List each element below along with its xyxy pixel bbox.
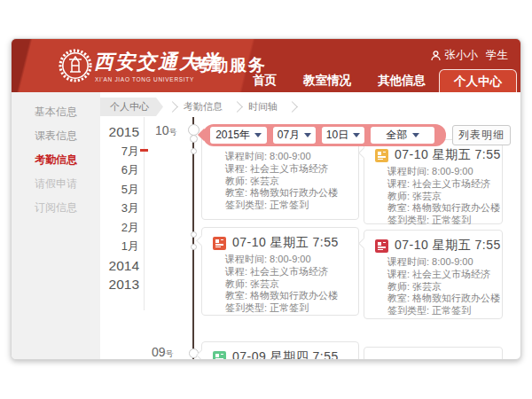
card-date: 07-10 星期五 7:55 [395, 147, 501, 163]
card-field-教师: 教师: 张芸京 [225, 278, 358, 291]
card-header: 07-10 星期五 7:55 [364, 231, 502, 256]
card-field-签到类型: 签到类型: 正常签到 [387, 215, 502, 227]
chevron-down-icon [412, 133, 419, 137]
card-field-教师: 教师: 张芸京 [225, 176, 358, 188]
timeline-month-scale: 20157月6月5月3月2月1月20142013 [100, 122, 143, 294]
breadcrumb-item-个人中心[interactable]: 个人中心 [100, 98, 163, 116]
sidebar-item-请假申请[interactable]: 请假申请 [12, 172, 100, 196]
breadcrumb-item-时间轴[interactable]: 时间轴 [243, 100, 283, 113]
card-field-教室: 教室: 格物致知行政办公楼 [387, 293, 502, 305]
signin-type-icon [213, 237, 226, 250]
signin-type-icon [375, 239, 388, 253]
day-marker-09: 09号 [152, 345, 174, 360]
list-detail-button[interactable]: 列表明细 [452, 125, 511, 145]
timeline-year-2013[interactable]: 2013 [100, 275, 143, 294]
nav-item-个人中心[interactable]: 个人中心 [439, 69, 517, 92]
filter-dropdown-day[interactable]: 10日 [322, 127, 364, 144]
timeline-node-icon [191, 148, 197, 154]
university-logo-icon [59, 49, 92, 82]
card-field-教室: 教室: 格物致知行政办公楼 [387, 202, 502, 215]
timeline-month-3月[interactable]: 3月 [100, 199, 143, 218]
signin-type-icon [213, 351, 226, 361]
main-nav: 首页教室情况其他信息个人中心 [239, 68, 517, 92]
timeline-month-7月[interactable]: 7月 [100, 142, 143, 161]
attendance-card: 07-10 星期五 7:55课程时间: 8:00-9:00课程: 社会主义市场经… [201, 227, 359, 316]
user-name: 张小小 [445, 48, 479, 63]
sidebar-item-基本信息[interactable]: 基本信息 [12, 100, 100, 124]
filter-dropdown-month[interactable]: 07月 [273, 127, 316, 144]
page-background: 西安交通大学 XI'AN JIAO TONG UNIVERSITY 考勤服务 张… [0, 0, 532, 399]
card-field-课程时间: 课程时间: 8:00-9:00 [387, 166, 502, 178]
card-field-教师: 教师: 张芸京 [387, 281, 502, 293]
nav-item-其他信息[interactable]: 其他信息 [364, 69, 439, 92]
breadcrumb-chevron-icon [167, 101, 178, 113]
app-header: 西安交通大学 XI'AN JIAO TONG UNIVERSITY 考勤服务 张… [12, 39, 521, 92]
scale-divider [144, 117, 145, 310]
user-menu[interactable]: 张小小 学生 [431, 48, 509, 63]
day-marker-10: 10号 [155, 123, 177, 138]
card-header: 07-10 星期五 7:55 [202, 228, 358, 254]
timeline-month-1月[interactable]: 1月 [100, 237, 143, 256]
card-field-签到类型: 签到类型: 正常签到 [225, 200, 358, 212]
attendance-card: 07-10 星期五 7:55课程时间: 8:00-9:00课程: 社会主义市场经… [364, 139, 503, 224]
app-window: 西安交通大学 XI'AN JIAO TONG UNIVERSITY 考勤服务 张… [11, 38, 521, 360]
card-field-课程: 课程: 社会主义市场经济 [225, 266, 358, 278]
filter-dropdown-year[interactable]: 2015年 [210, 127, 267, 144]
breadcrumb-chevron-icon [286, 101, 298, 113]
nav-item-首页[interactable]: 首页 [239, 69, 290, 92]
attendance-card [364, 347, 503, 360]
card-fields: 课程时间: 8:00-9:00课程: 社会主义市场经济教师: 张芸京教室: 格物… [364, 256, 502, 317]
card-date: 07-09 星期四 7:55 [232, 349, 339, 360]
card-field-教室: 教室: 格物致知行政办公楼 [225, 290, 358, 302]
sidebar-item-课表信息[interactable]: 课表信息 [12, 124, 100, 148]
person-icon [431, 51, 441, 61]
card-field-课程: 课程: 社会主义市场经济 [387, 178, 502, 191]
breadcrumb-chevron-icon [231, 101, 243, 113]
chevron-down-icon [353, 133, 360, 137]
card-field-签到类型: 签到类型: 正常签到 [387, 305, 502, 317]
attendance-card: 07-10 星期五 7:55课程时间: 8:00-9:00课程: 社会主义市场经… [364, 230, 503, 319]
timeline-node-icon [191, 231, 197, 238]
chevron-down-icon [304, 133, 311, 137]
sidebar: 基本信息课表信息考勤信息请假申请订阅信息 [12, 92, 100, 360]
timeline-node-icon [191, 244, 197, 250]
card-date: 07-10 星期五 7:55 [395, 238, 501, 254]
timeline-year-2014[interactable]: 2014 [100, 256, 143, 276]
timeline-node-icon [190, 135, 198, 143]
chevron-down-icon [254, 133, 262, 137]
timeline-year-2015[interactable]: 2015 [100, 122, 143, 142]
breadcrumb: 个人中心考勤信息时间轴 [100, 98, 298, 116]
card-field-教师: 教师: 张芸京 [387, 191, 502, 203]
timeline-month-2月[interactable]: 2月 [100, 218, 143, 238]
card-field-课程时间: 课程时间: 8:00-9:00 [387, 256, 502, 269]
filter-bar: 2015年07月10日全部 [203, 124, 446, 146]
university-name-en: XI'AN JIAO TONG UNIVERSITY [95, 76, 194, 82]
sidebar-items: 基本信息课表信息考勤信息请假申请订阅信息 [12, 92, 100, 220]
card-field-教室: 教室: 格物致知行政办公楼 [225, 187, 358, 200]
card-field-课程: 课程: 社会主义市场经济 [387, 269, 502, 281]
sidebar-item-订阅信息[interactable]: 订阅信息 [12, 196, 100, 220]
card-field-课程: 课程: 社会主义市场经济 [225, 163, 358, 176]
card-field-课程时间: 课程时间: 8:00-9:00 [225, 254, 358, 266]
card-fields: 课程时间: 8:00-9:00课程: 社会主义市场经济教师: 张芸京教室: 格物… [364, 166, 502, 227]
card-field-签到类型: 签到类型: 正常签到 [225, 302, 358, 315]
timeline-month-6月[interactable]: 6月 [100, 160, 143, 180]
sidebar-item-考勤信息[interactable]: 考勤信息 [12, 148, 100, 172]
current-month-indicator [140, 149, 148, 152]
card-date: 07-10 星期五 7:55 [232, 235, 339, 251]
breadcrumb-item-考勤信息[interactable]: 考勤信息 [178, 100, 228, 113]
timeline-month-5月[interactable]: 5月 [100, 180, 143, 200]
attendance-card: 07-09 星期四 7:55课程时间: 8:00-9:00课程: 社会主义市场经… [201, 341, 359, 360]
card-fields: 课程时间: 8:00-9:00课程: 社会主义市场经济教师: 张芸京教室: 格物… [202, 254, 358, 315]
filter-dropdown-type[interactable]: 全部 [371, 127, 434, 144]
card-field-课程时间: 课程时间: 8:00-9:00 [225, 151, 358, 163]
nav-item-教室情况[interactable]: 教室情况 [290, 69, 364, 92]
card-header: 07-09 星期四 7:55 [202, 342, 358, 360]
signin-type-icon [375, 149, 388, 162]
user-role: 学生 [486, 48, 508, 63]
